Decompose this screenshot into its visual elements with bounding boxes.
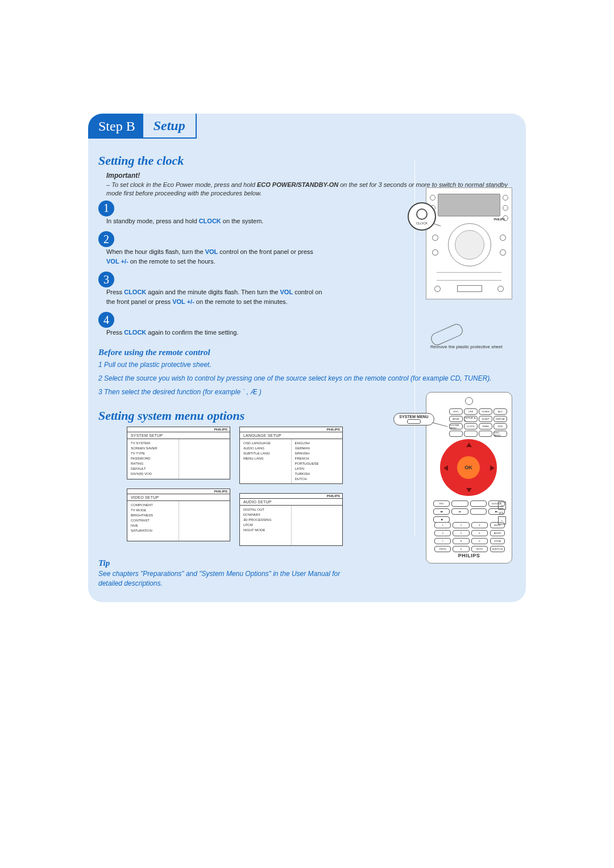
remote-btn: DSC [433,500,450,507]
menu-value: SPANISH [295,451,339,456]
step-number-4: 4 [98,312,114,328]
remote-btn: SYSTEM MENU [449,423,463,429]
menu-item: NIGHT MODE [243,528,288,533]
menu-value: GERMAN [295,446,339,451]
menu-item: SCREEN SAVER [131,446,175,451]
remote-num-btn: 7 [434,538,451,544]
remote-btn: TIMER [479,423,492,429]
step-number-1: 1 [98,201,114,216]
menu-value: FRENCH [295,456,339,461]
remote-btn: CLOCK [464,423,478,429]
menu-item: PASSWORD [131,456,175,461]
remote-btn: USB [464,408,478,415]
clock-callout: CLOCK [408,202,436,231]
menu-item: TV TYPE [131,451,175,456]
step-text-1: In standby mode, press and hold CLOCK on… [106,216,322,226]
remote-num-btn: GOTO [471,546,488,552]
remote-btn: AUX [493,408,507,415]
menu-item: TV MODE [131,508,175,513]
menu-item: DOWNMIX [243,512,288,518]
menu-system-setup: PHILIPS SYSTEM SETUP TV SYSTEMSCREEN SAV… [127,427,230,479]
menu-video-setup: PHILIPS VIDEO SETUP COMPONENTTV MODEBRIG… [127,489,230,541]
arrow-right-icon [490,465,495,471]
menu-item: OSD LANGUAGE [243,441,288,446]
menu-item: 3D PROCESSING [243,518,288,523]
menu-value: TURKISH [295,471,339,477]
ok-button-icon: OK [457,456,480,479]
remote-control-diagram: DISCUSBTUNERAUXMODEREPEAT A-BSLEEPDISPLA… [426,392,512,564]
remote-num-btn: 1 [434,522,451,528]
remote-sheet-diagram: Remove the plastic protective sheet [430,328,510,349]
device-diagram: PHILIPS [426,187,512,299]
step-number-3: 3 [98,272,114,287]
menu-item: TV SYSTEM [131,441,175,446]
menu-item: HUE [131,523,175,528]
step-row-4: 4 [98,314,510,328]
remote-btn: SLEEP [479,416,492,422]
remote-num-btn: 2 [453,522,469,528]
remote-num-btn: 5 [453,530,469,536]
protective-sheet-caption: Remove the plastic protective sheet [430,344,510,349]
arrow-up-icon [466,443,472,447]
remote-num-btn: 0 [453,546,469,552]
menu-item: DIVX(R) VOD [131,471,175,477]
remote-btn: DISPLAY [493,416,507,422]
tip-text: See chapters "Preparations" and "System … [98,569,343,589]
remote-btn [479,431,492,437]
step-text-2: When the hour digits flash, turn the VOL… [106,247,322,266]
step-text-3: Press CLOCK again and the minute digits … [106,287,322,306]
remote-num-btn: 4 [434,530,451,536]
menu-language-setup: PHILIPS LANGUAGE SETUP OSD LANGUAGEAUDIO… [239,427,343,484]
arrow-left-icon [443,465,448,471]
remote-num-btn: PROG [434,546,451,552]
remote-btn: DISC MENU [493,431,507,437]
remote-side-btn: SUBTITLE [490,546,505,552]
menu-item: COMPONENT [131,503,175,508]
menu-item: AUDIO LANG [243,446,288,451]
menu-value: ENGLISH [295,441,339,446]
menu-value: PORTUGUESE [295,461,339,466]
step-b-badge: Step B [88,114,143,139]
menu-item: BRIGHTNESS [131,513,175,518]
power-icon [465,397,473,405]
system-menu-callout: SYSTEM MENU [393,413,434,425]
menu-value: DUTCH [295,477,339,482]
remote-btn [449,431,463,437]
remote-btn [451,500,468,507]
vol-plus: + [498,502,506,510]
menu-item: MENU LANG [243,456,288,461]
remote-btn: REPEAT A-B [464,416,478,422]
remote-num-btn: 8 [453,538,469,544]
remote-btn: TUNER [479,408,492,415]
remote-num-btn: 9 [471,538,488,544]
remote-btn: RDS [493,423,507,429]
step-text-4: Press CLOCK again to confirm the time se… [106,328,322,337]
remote-side-btn: MUTE [490,522,505,528]
heading-setting-the-clock: Setting the clock [98,153,510,168]
remote-btn: ⏮ [433,508,450,515]
step-banner: Step B Setup [88,114,526,139]
menu-value: LATIN [295,466,339,471]
remote-brand: PHILIPS [426,553,512,558]
remote-btn: ⏯ [451,508,468,515]
remote-step-1: 1 Pull out the plastic protective sheet. [98,360,510,370]
menu-item: SATURATION [131,528,175,533]
step-number-2: 2 [98,231,114,247]
remote-btn [470,500,487,507]
remote-btn [470,508,487,515]
arrow-down-icon [466,488,472,493]
remote-step-2: 2 Select the source you wish to control … [98,373,510,383]
clock-button-icon [416,208,428,220]
remote-num-btn: 3 [471,522,488,528]
menu-item: DIGITAL OUT [243,507,288,512]
important-label: Important! [106,172,510,180]
device-brand: PHILIPS [494,218,505,221]
menu-item: CONTRAST [131,518,175,523]
menu-audio-setup: PHILIPS AUDIO SETUP DIGITAL OUTDOWNMIX3D… [239,493,343,546]
remote-btn: DISC [449,408,463,415]
remote-btn: MODE [449,416,463,422]
remote-side-btn: AUDIO [490,530,505,536]
menu-item: LPCM [243,523,288,528]
remote-side-btn: ZOOM [490,538,505,544]
remote-btn [464,431,478,437]
